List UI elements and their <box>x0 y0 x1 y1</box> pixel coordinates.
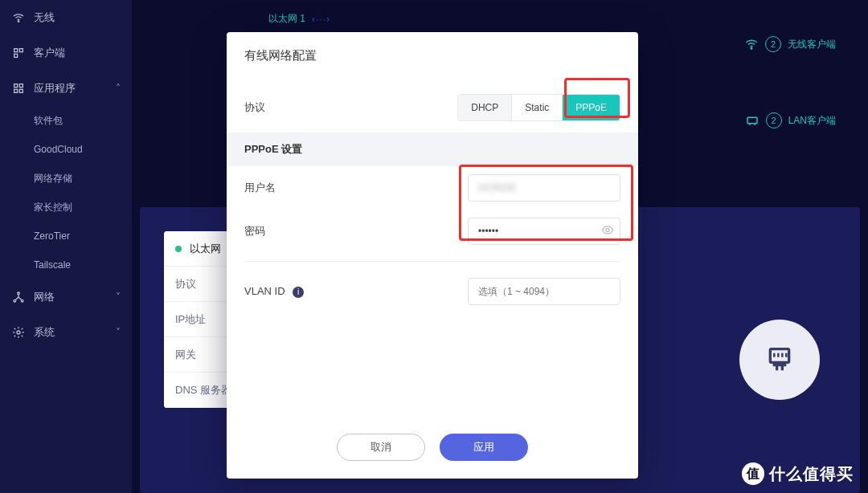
password-label: 密码 <box>244 224 341 238</box>
count-badge: 2 <box>765 36 781 52</box>
count-badge: 2 <box>766 112 782 128</box>
nav-label: 客户端 <box>34 46 65 60</box>
ethernet-icon <box>745 113 760 128</box>
nav-system[interactable]: 系统 ˅ <box>0 315 132 350</box>
nav-label: 网络 <box>34 290 55 304</box>
username-label: 用户名 <box>244 181 341 195</box>
chevron-down-icon: ˅ <box>116 327 121 338</box>
nav-sub-label: 软件包 <box>34 114 63 128</box>
nav-sub-label: ZeroTier <box>34 230 70 242</box>
svg-point-15 <box>606 229 609 232</box>
nav-network[interactable]: 网络 ˅ <box>0 279 132 315</box>
username-input[interactable]: HORDE <box>468 174 620 202</box>
vlan-label: VLAN ID i <box>244 285 341 298</box>
password-input[interactable] <box>468 218 620 245</box>
svg-point-8 <box>18 292 20 295</box>
svg-point-0 <box>18 21 18 22</box>
nav-label: 应用程序 <box>34 81 76 96</box>
protocol-segmented: DHCP Static PPPoE <box>457 94 620 121</box>
nav-label: 系统 <box>34 325 55 340</box>
clients-icon <box>11 46 26 60</box>
ethernet-plug-icon <box>764 344 796 376</box>
nav-sub-label: GoodCloud <box>34 144 83 155</box>
chevron-up-icon: ˄ <box>116 83 121 94</box>
protocol-dhcp[interactable]: DHCP <box>458 95 512 120</box>
svg-point-10 <box>21 299 23 302</box>
modal-actions: 取消 应用 <box>227 424 638 479</box>
svg-rect-6 <box>14 89 18 92</box>
nav-sub-parental[interactable]: 家长控制 <box>0 193 132 222</box>
apply-button[interactable]: 应用 <box>440 434 528 461</box>
nav-label: 无线 <box>34 10 55 25</box>
svg-rect-4 <box>14 84 18 88</box>
row-username: 用户名 HORDE <box>227 166 638 210</box>
topology-label: LAN客户端 <box>788 114 836 128</box>
watermark-badge-icon: 值 <box>742 462 764 485</box>
nav-clients[interactable]: 客户端 <box>0 35 132 71</box>
topology-wifi-clients[interactable]: 2 无线客户端 <box>744 36 836 52</box>
nav-sub-tailscale[interactable]: Tailscale <box>0 251 132 279</box>
ethernet-badge <box>739 320 820 400</box>
protocol-label: 协议 <box>244 100 341 115</box>
nav-apps[interactable]: 应用程序 ˄ <box>0 71 132 106</box>
row-protocol: 协议 DHCP Static PPPoE <box>227 86 638 129</box>
chevron-down-icon: ˅ <box>116 291 121 303</box>
vlan-input[interactable] <box>468 278 620 305</box>
watermark-text: 什么值得买 <box>769 463 854 485</box>
svg-point-12 <box>751 48 752 50</box>
sidebar: 无线 客户端 应用程序 ˄ 软件包 GoodCloud 网络存储 家长控制 Ze… <box>0 0 132 493</box>
protocol-static[interactable]: Static <box>512 95 563 120</box>
nav-wireless[interactable]: 无线 <box>0 0 132 35</box>
svg-rect-7 <box>19 89 23 92</box>
svg-rect-1 <box>14 49 18 52</box>
apps-icon <box>11 81 26 96</box>
nav-sub-pkg[interactable]: 软件包 <box>0 106 132 135</box>
svg-point-11 <box>17 331 20 334</box>
nav-sub-storage[interactable]: 网络存储 <box>0 164 132 193</box>
topology-label: 以太网 1 <box>268 12 305 26</box>
wifi-icon <box>744 37 759 51</box>
nav-sub-label: Tailscale <box>34 259 71 271</box>
row-password: 密码 <box>227 210 638 253</box>
svg-rect-2 <box>19 49 23 52</box>
topology-arrows-icon: ‹···› <box>312 14 330 25</box>
modal-title: 有线网络配置 <box>227 32 638 86</box>
divider <box>244 261 620 262</box>
section-pppoe: PPPoE 设置 <box>227 132 638 166</box>
network-icon <box>11 290 26 304</box>
wired-config-modal: 有线网络配置 协议 DHCP Static PPPoE PPPoE 设置 用户名… <box>227 32 638 479</box>
topology-eth-port: 以太网 1 ‹···› <box>268 12 330 26</box>
eye-icon[interactable] <box>601 224 614 239</box>
nav-sub-label: 家长控制 <box>34 201 72 214</box>
svg-rect-3 <box>14 54 18 57</box>
status-dot-icon <box>175 246 182 252</box>
row-vlan: VLAN ID i <box>227 270 638 313</box>
svg-point-9 <box>14 299 16 302</box>
watermark: 值 什么值得买 <box>742 462 854 485</box>
tab-label: 以太网 <box>190 242 221 256</box>
cancel-button[interactable]: 取消 <box>337 434 425 461</box>
info-icon[interactable]: i <box>293 287 304 298</box>
svg-rect-5 <box>19 84 23 88</box>
topology-label: 无线客户端 <box>788 38 836 51</box>
nav-sub-label: 网络存储 <box>34 172 72 185</box>
wifi-icon <box>11 10 26 25</box>
topology-lan-clients[interactable]: 2 LAN客户端 <box>745 112 836 128</box>
gear-icon <box>11 325 26 340</box>
nav-sub-zerotier[interactable]: ZeroTier <box>0 222 132 251</box>
protocol-pppoe[interactable]: PPPoE <box>563 95 620 120</box>
svg-rect-13 <box>747 117 757 124</box>
nav-sub-goodcloud[interactable]: GoodCloud <box>0 135 132 164</box>
